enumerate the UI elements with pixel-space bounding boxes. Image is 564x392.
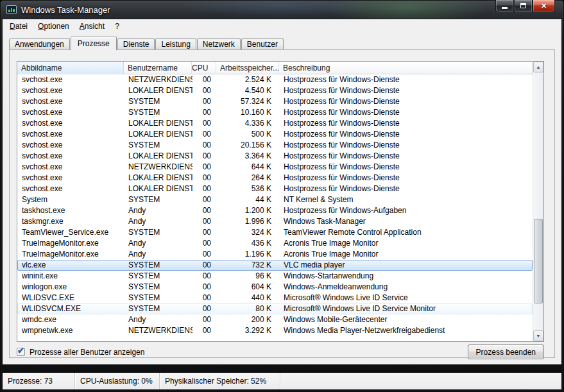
tab-anwendungen[interactable]: Anwendungen: [9, 38, 70, 49]
menu-item-help[interactable]: ?: [110, 20, 124, 33]
column-header-image[interactable]: Abbildname: [17, 62, 124, 74]
scroll-down-icon: ▼: [536, 334, 541, 338]
cell-image: svchost.exe: [18, 107, 124, 118]
scrollbar-track[interactable]: [533, 72, 543, 330]
cell-memory: 200 K: [217, 314, 280, 325]
process-row-taskmgr.exe[interactable]: taskmgr.exeAndy001.996 KWindows Task-Man…: [17, 216, 533, 227]
checkmark-icon: ✔: [17, 346, 24, 355]
cell-user: Andy: [124, 205, 192, 216]
cell-image: taskhost.exe: [18, 205, 124, 216]
cell-user: NETZWERKDIENST: [124, 162, 192, 173]
cell-user: SYSTEM: [124, 282, 192, 293]
process-row-svchost.exe[interactable]: svchost.exeLOKALER DIENST004.336 KHostpr…: [17, 118, 533, 129]
checkbox-label: Prozesse aller Benutzer anzeigen: [30, 348, 144, 357]
cell-user: LOKALER DIENST: [124, 118, 192, 129]
main-panel: DateiOptionenAnsicht? AnwendungenProzess…: [3, 19, 561, 364]
end-process-button[interactable]: Prozess beenden: [468, 345, 544, 359]
cell-memory: 1.200 K: [217, 205, 280, 216]
scroll-down-button[interactable]: ▼: [533, 330, 543, 341]
cell-memory: 3.364 K: [217, 151, 280, 162]
process-row-svchost.exe[interactable]: svchost.exeNETZWERKDIENST002.524 KHostpr…: [17, 74, 533, 85]
status-process-count: Prozesse: 73: [3, 373, 75, 389]
maximize-button[interactable]: [514, 0, 533, 12]
cell-memory: 644 K: [217, 162, 280, 173]
menu-item-datei[interactable]: Datei: [4, 20, 33, 33]
process-row-svchost.exe[interactable]: svchost.exeSYSTEM0057.324 KHostprozess f…: [17, 96, 533, 107]
cell-memory: 57.324 K: [217, 96, 280, 107]
process-row-taskhost.exe[interactable]: taskhost.exeAndy001.200 KHostprozess für…: [17, 205, 533, 216]
cell-image: svchost.exe: [18, 140, 124, 151]
scroll-up-button[interactable]: ▲: [533, 62, 543, 72]
cell-image: TrueImageMonitor.exe: [18, 238, 124, 249]
cell-description: Hostprozess für Windows-Aufgaben: [280, 205, 532, 216]
process-row-wmdc.exe[interactable]: wmdc.exeAndy00200 KWindows Mobile-Geräte…: [17, 314, 533, 325]
cell-image: wininit.exe: [18, 271, 124, 282]
show-all-users-checkbox[interactable]: ✔ Prozesse aller Benutzer anzeigen: [17, 348, 144, 357]
app-icon-screen: [8, 7, 15, 12]
cell-user: NETZWERKDIENST: [124, 325, 192, 336]
status-bar: Prozesse: 73 CPU-Auslastung: 0% Physikal…: [3, 373, 561, 389]
cell-image: WLIDSVC.EXE: [18, 293, 124, 303]
process-row-TrueImageMonitor.exe[interactable]: TrueImageMonitor.exeAndy00436 KAcronis T…: [17, 238, 533, 249]
tab-netzwerk[interactable]: Netzwerk: [197, 38, 241, 49]
process-row-svchost.exe[interactable]: svchost.exeLOKALER DIENST003.364 KHostpr…: [17, 151, 533, 162]
process-row-System[interactable]: SystemSYSTEM0044 KNT Kernel & System: [17, 194, 533, 205]
process-row-wmpnetwk.exe[interactable]: wmpnetwk.exeNETZWERKDIENST003.292 KWindo…: [17, 325, 533, 336]
cell-user: LOKALER DIENST: [124, 173, 192, 183]
cell-memory: 96 K: [217, 271, 280, 282]
column-header-description[interactable]: Beschreibung: [279, 62, 533, 74]
scrollbar-thumb[interactable]: [534, 219, 543, 303]
close-button[interactable]: ✕: [533, 0, 555, 12]
window-title: Windows Task-Manager: [21, 5, 110, 15]
cell-description: Hostprozess für Windows-Dienste: [280, 162, 532, 173]
process-row-WLIDSVC.EXE[interactable]: WLIDSVC.EXESYSTEM00440 KMicrosoft® Windo…: [17, 293, 533, 303]
cell-user: SYSTEM: [124, 303, 192, 314]
task-manager-window: Windows Task-Manager ✕ DateiOptionenAnsi…: [0, 0, 564, 392]
process-row-svchost.exe[interactable]: svchost.exeLOKALER DIENST00536 KHostproz…: [17, 183, 533, 194]
window-controls: ✕: [495, 0, 555, 12]
cell-user: SYSTEM: [124, 260, 192, 271]
cell-description: Hostprozess für Windows-Dienste: [280, 118, 532, 129]
cell-description: Hostprozess für Windows-Dienste: [280, 140, 532, 151]
cell-cpu: 00: [192, 303, 217, 314]
cell-image: svchost.exe: [18, 129, 124, 140]
process-row-vlc.exe[interactable]: vlc.exeSYSTEM00732 KVLC media player: [17, 260, 533, 271]
process-row-svchost.exe[interactable]: svchost.exeLOKALER DIENST00500 KHostproz…: [17, 129, 533, 140]
process-row-svchost.exe[interactable]: svchost.exeLOKALER DIENST004.540 KHostpr…: [17, 85, 533, 96]
process-row-svchost.exe[interactable]: svchost.exeLOKALER DIENST00264 KHostproz…: [17, 173, 533, 183]
cell-user: NETZWERKDIENST: [124, 74, 192, 85]
process-row-WLIDSVCM.EXE[interactable]: WLIDSVCM.EXESYSTEM0080 KMicrosoft® Windo…: [17, 303, 533, 314]
cell-description: TeamViewer Remote Control Application: [280, 227, 532, 238]
cell-image: svchost.exe: [18, 96, 124, 107]
minimize-button[interactable]: [495, 0, 514, 12]
column-header-memory[interactable]: Arbeitsspeicher...: [216, 62, 279, 74]
cell-cpu: 00: [192, 140, 217, 151]
cell-description: Acronis True Image Monitor: [280, 238, 532, 249]
cell-user: Andy: [124, 216, 192, 227]
cell-cpu: 00: [192, 325, 217, 336]
column-header-user[interactable]: Benutzername: [124, 62, 192, 74]
process-row-winlogon.exe[interactable]: winlogon.exeSYSTEM00604 KWindows-Anmelde…: [17, 282, 533, 293]
process-row-svchost.exe[interactable]: svchost.exeSYSTEM0020.156 KHostprozess f…: [17, 140, 533, 151]
cell-user: SYSTEM: [124, 271, 192, 282]
cell-description: Hostprozess für Windows-Dienste: [280, 85, 532, 96]
process-row-svchost.exe[interactable]: svchost.exeNETZWERKDIENST00644 KHostproz…: [17, 162, 533, 173]
tab-prozesse[interactable]: Prozesse: [71, 37, 117, 50]
tab-benutzer[interactable]: Benutzer: [241, 38, 284, 49]
tab-leistung[interactable]: Leistung: [155, 38, 196, 49]
menu-item-optionen[interactable]: Optionen: [33, 20, 74, 33]
process-row-svchost.exe[interactable]: svchost.exeSYSTEM0010.160 KHostprozess f…: [17, 107, 533, 118]
cell-user: LOKALER DIENST: [124, 183, 192, 194]
process-row-TeamViewer_Service.exe[interactable]: TeamViewer_Service.exeSYSTEM00324 KTeamV…: [17, 227, 533, 238]
process-row-wininit.exe[interactable]: wininit.exeSYSTEM0096 KWindows-Startanwe…: [17, 271, 533, 282]
tab-dienste[interactable]: Dienste: [117, 38, 155, 49]
cell-cpu: 00: [192, 162, 217, 173]
vertical-scrollbar[interactable]: ▲ ▼: [533, 62, 543, 341]
cell-image: svchost.exe: [18, 173, 124, 183]
column-header-cpu[interactable]: CPU: [192, 62, 216, 74]
processes-tab-panel: AbbildnameBenutzernameCPUArbeitsspeicher…: [9, 49, 555, 358]
menu-item-ansicht[interactable]: Ansicht: [74, 20, 110, 33]
cell-description: Windows Task-Manager: [280, 216, 532, 227]
process-row-TrueImageMonitor.exe[interactable]: TrueImageMonitor.exeAndy001.196 KAcronis…: [17, 249, 533, 260]
cell-image: svchost.exe: [18, 85, 124, 96]
